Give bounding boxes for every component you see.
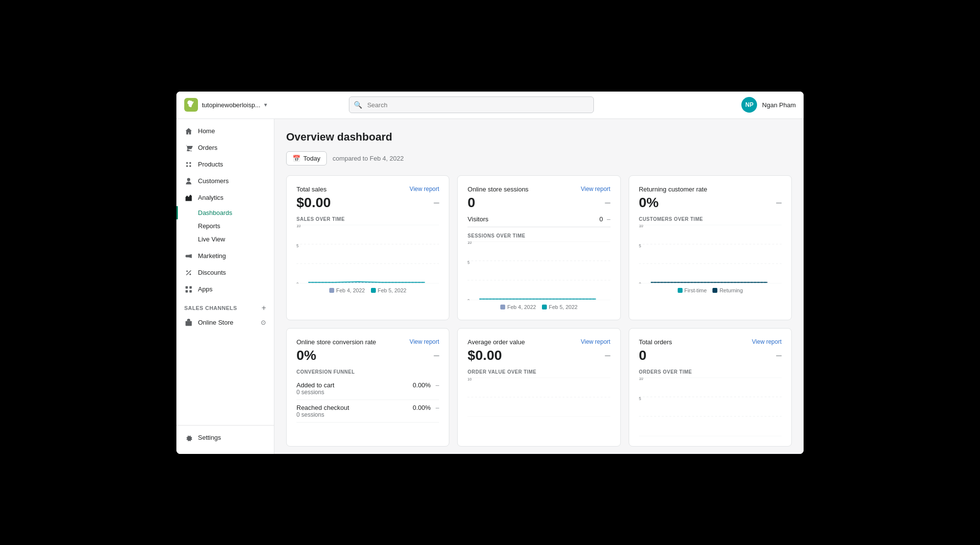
legend-returning: Returning xyxy=(712,287,743,293)
avatar[interactable]: NP xyxy=(741,97,757,113)
sidebar-item-settings[interactable]: Settings xyxy=(176,429,274,446)
sessions-legend-dot-feb5 xyxy=(542,305,547,309)
sidebar-item-orders-label: Orders xyxy=(198,144,218,151)
funnel-cart-sub: 0 sessions xyxy=(296,389,334,396)
avg-order-dash: – xyxy=(605,350,611,361)
funnel-checkout-right: 0.00% – xyxy=(413,404,439,411)
sidebar-item-dashboards[interactable]: Dashboards xyxy=(176,206,274,219)
visitors-label: Visitors xyxy=(467,215,488,223)
sales-channels-label: SALES CHANNELS xyxy=(184,305,237,311)
total-sales-view-report[interactable]: View report xyxy=(410,186,439,192)
sidebar-item-apps-label: Apps xyxy=(198,285,213,293)
sidebar-item-analytics[interactable]: Analytics xyxy=(176,190,274,206)
conversion-rate-view-report[interactable]: View report xyxy=(410,338,439,345)
returning-rate-dash: – xyxy=(776,197,782,208)
order-value-chart-label: ORDER VALUE OVER TIME xyxy=(467,369,610,375)
online-store-settings-icon[interactable]: ⊙ xyxy=(261,319,266,326)
legend-first-time: First-time xyxy=(678,287,707,293)
legend-dot-feb5 xyxy=(371,288,376,293)
products-icon xyxy=(184,160,193,169)
store-dropdown-icon[interactable]: ▾ xyxy=(264,101,267,108)
sidebar-item-discounts[interactable]: Discounts xyxy=(176,264,274,281)
online-sessions-dash: – xyxy=(605,197,611,208)
sidebar: Home Orders Products xyxy=(176,119,274,454)
svg-text:5: 5 xyxy=(467,259,469,264)
search-input[interactable] xyxy=(349,96,594,113)
sidebar-item-apps[interactable]: Apps xyxy=(176,281,274,298)
visitors-row: Visitors 0 – xyxy=(467,212,610,227)
svg-text:10: 10 xyxy=(639,225,643,228)
funnel-row-cart: Added to cart 0 sessions 0.00% – xyxy=(296,378,439,400)
legend-item-feb4: Feb 4, 2022 xyxy=(329,287,365,293)
funnel-checkout-sub: 0 sessions xyxy=(296,411,349,418)
svg-text:10: 10 xyxy=(639,378,643,381)
total-sales-value: $0.00 xyxy=(296,195,331,211)
sales-channels-section: SALES CHANNELS + xyxy=(176,298,274,314)
sidebar-item-analytics-label: Analytics xyxy=(198,194,223,201)
funnel-checkout-pct: 0.00% xyxy=(413,404,431,411)
sidebar-item-live-view[interactable]: Live View xyxy=(176,233,274,246)
funnel-row-checkout: Reached checkout 0 sessions 0.00% – xyxy=(296,400,439,423)
sidebar-item-customers[interactable]: Customers xyxy=(176,173,274,190)
conversion-rate-card: Online store conversion rate View report… xyxy=(286,328,449,447)
conversion-rate-value: 0% xyxy=(296,348,316,363)
legend-dot-first-time xyxy=(678,288,683,293)
sidebar-item-orders[interactable]: Orders xyxy=(176,140,274,156)
sidebar-nav: Home Orders Products xyxy=(176,119,274,425)
customers-chart: 10 5 0 Feb 5 06 AM 12 PM 06 PM xyxy=(639,225,782,284)
total-orders-view-report[interactable]: View report xyxy=(752,338,782,345)
orders-icon xyxy=(184,143,193,152)
dashboard-grid: Total sales View report $0.00 – SALES OV… xyxy=(286,175,792,447)
sales-chart-legend: Feb 4, 2022 Feb 5, 2022 xyxy=(296,287,439,293)
sessions-legend-feb5: Feb 5, 2022 xyxy=(542,304,578,310)
sidebar-item-customers-label: Customers xyxy=(198,177,229,185)
svg-text:0: 0 xyxy=(467,297,469,300)
total-orders-value: 0 xyxy=(639,348,647,363)
online-sessions-view-report[interactable]: View report xyxy=(581,186,610,192)
avg-order-value: $0.00 xyxy=(467,348,502,363)
returning-rate-value-row: 0% – xyxy=(639,195,782,211)
analytics-subnav: Dashboards Reports Live View xyxy=(176,206,274,248)
sidebar-item-reports[interactable]: Reports xyxy=(176,219,274,233)
avg-order-header: Average order value View report xyxy=(467,338,610,346)
discounts-icon xyxy=(184,268,193,277)
compare-text: compared to Feb 4, 2022 xyxy=(333,155,404,162)
sessions-legend-feb4: Feb 4, 2022 xyxy=(500,304,536,310)
total-sales-header: Total sales View report xyxy=(296,186,439,193)
legend-label-feb4: Feb 4, 2022 xyxy=(336,287,365,293)
sidebar-item-marketing-label: Marketing xyxy=(198,252,226,260)
sidebar-item-online-store[interactable]: Online Store ⊙ xyxy=(176,314,274,331)
logo-area: tutopinewoberloisp... ▾ xyxy=(184,98,272,112)
svg-text:0: 0 xyxy=(296,281,298,283)
apps-icon xyxy=(184,285,193,294)
sidebar-item-online-store-label: Online Store xyxy=(198,319,233,326)
avg-order-view-report[interactable]: View report xyxy=(581,338,610,345)
total-sales-value-row: $0.00 – xyxy=(296,195,439,211)
returning-rate-header: Returning customer rate xyxy=(639,186,782,193)
sessions-chart: 10 5 0 Feb 5 06 AM 12 PM 06 PM xyxy=(467,241,610,300)
analytics-icon xyxy=(184,193,193,202)
svg-rect-3 xyxy=(186,286,188,288)
sessions-legend-label-feb5: Feb 5, 2022 xyxy=(549,304,578,310)
total-sales-dash: – xyxy=(434,197,439,208)
search-icon: 🔍 xyxy=(354,101,362,109)
total-sales-card: Total sales View report $0.00 – SALES OV… xyxy=(286,175,449,320)
sidebar-item-products-label: Products xyxy=(198,161,223,168)
today-button[interactable]: 📅 Today xyxy=(286,151,327,166)
sidebar-bottom: Settings xyxy=(176,425,274,454)
legend-label-returning: Returning xyxy=(719,287,743,293)
add-sales-channel-icon[interactable]: + xyxy=(262,304,266,312)
online-sessions-card: Online store sessions View report 0 – Vi… xyxy=(457,175,620,320)
marketing-icon xyxy=(184,252,193,261)
total-orders-header: Total orders View report xyxy=(639,338,782,346)
today-button-label: Today xyxy=(303,155,320,162)
order-value-chart: 10 xyxy=(467,378,610,417)
sidebar-item-marketing[interactable]: Marketing xyxy=(176,248,274,264)
avg-order-title: Average order value xyxy=(467,338,525,346)
sidebar-item-home[interactable]: Home xyxy=(176,123,274,140)
funnel-cart-label: Added to cart xyxy=(296,381,334,389)
svg-rect-7 xyxy=(186,321,192,326)
visitors-value-row: 0 – xyxy=(599,215,610,223)
sidebar-item-products[interactable]: Products xyxy=(176,156,274,173)
total-orders-title: Total orders xyxy=(639,338,672,346)
